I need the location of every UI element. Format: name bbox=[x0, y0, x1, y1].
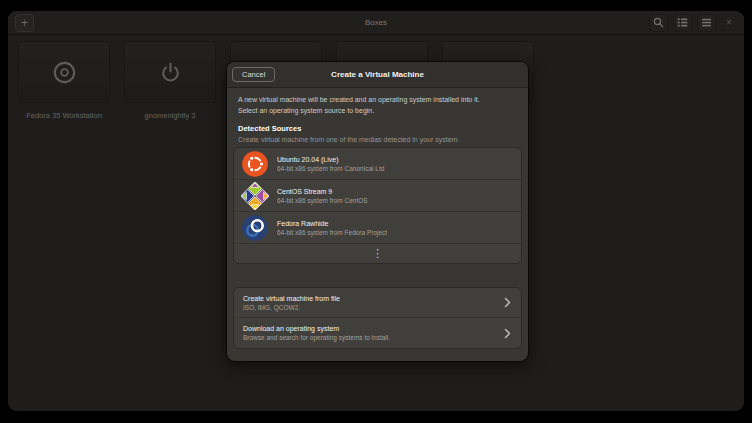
description-line-2: Select an operating system source to beg… bbox=[238, 106, 517, 117]
chevron-right-icon bbox=[503, 327, 512, 340]
dialog-body: A new virtual machine will be created an… bbox=[227, 88, 528, 349]
detected-sources-list: Ubuntu 20.04 (Live) 64-bit x86 system fr… bbox=[233, 147, 522, 264]
source-row-fedora[interactable]: Fedora Rawhide 64-bit x86 system from Fe… bbox=[234, 212, 521, 244]
source-name: Ubuntu 20.04 (Live) bbox=[277, 155, 384, 165]
dialog-headerbar: Cancel Create a Virtual Machine bbox=[227, 62, 528, 88]
source-details: 64-bit x86 system from CentOS bbox=[277, 197, 368, 205]
source-details: 64-bit x86 system from Canonical Ltd bbox=[277, 165, 384, 173]
detected-sources-heading: Detected Sources bbox=[238, 124, 517, 133]
screen: + Boxes bbox=[0, 0, 752, 423]
ubuntu-logo-icon bbox=[241, 150, 269, 178]
action-subtitle: ISO, IMG, QCOW2. bbox=[243, 304, 340, 312]
source-row-ubuntu[interactable]: Ubuntu 20.04 (Live) 64-bit x86 system fr… bbox=[234, 148, 521, 180]
description-line-1: A new virtual machine will be created an… bbox=[238, 95, 517, 106]
source-details: 64-bit x86 system from Fedora Project bbox=[277, 229, 387, 237]
fedora-logo-icon bbox=[241, 214, 269, 242]
dialog-description: A new virtual machine will be created an… bbox=[238, 95, 517, 116]
creation-actions-list: Create virtual machine from file ISO, IM… bbox=[233, 287, 522, 349]
create-from-file-row[interactable]: Create virtual machine from file ISO, IM… bbox=[234, 288, 521, 318]
centos-logo-icon bbox=[241, 182, 269, 210]
cancel-button[interactable]: Cancel bbox=[232, 67, 275, 83]
boxes-window: + Boxes bbox=[8, 11, 744, 411]
action-title: Create virtual machine from file bbox=[243, 294, 340, 304]
vertical-ellipsis-icon: ⋮ bbox=[372, 248, 383, 259]
source-row-centos[interactable]: CentOS Stream 9 64-bit x86 system from C… bbox=[234, 180, 521, 212]
download-os-row[interactable]: Download an operating system Browse and … bbox=[234, 318, 521, 348]
action-title: Download an operating system bbox=[243, 324, 390, 334]
chevron-right-icon bbox=[503, 296, 512, 309]
source-name: Fedora Rawhide bbox=[277, 219, 387, 229]
detected-sources-caption: Create virtual machine from one of the m… bbox=[238, 136, 517, 143]
show-more-sources-button[interactable]: ⋮ bbox=[234, 244, 521, 263]
create-vm-dialog: Cancel Create a Virtual Machine A new vi… bbox=[227, 62, 528, 361]
source-name: CentOS Stream 9 bbox=[277, 187, 368, 197]
action-subtitle: Browse and search for operating systems … bbox=[243, 334, 390, 342]
